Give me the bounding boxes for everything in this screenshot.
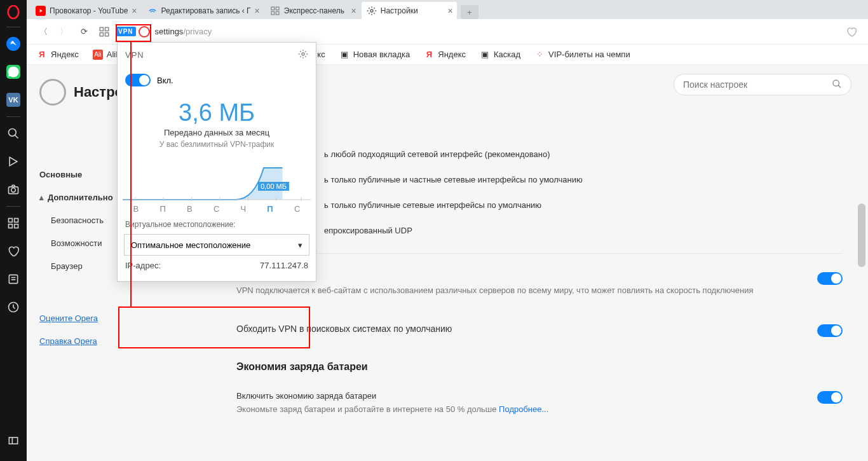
vpn-popup: VPN Вкл. 3,6 МБ Передано данных за месяц…: [117, 42, 316, 282]
setting-description: Экономьте заряд батареи и работайте в ин…: [236, 404, 499, 414]
svg-point-0: [8, 6, 19, 18]
close-icon[interactable]: ×: [132, 6, 137, 16]
tab-editor[interactable]: Редактировать запись ‹ Г ×: [142, 2, 264, 19]
select-value: Оптимальное местоположение: [131, 240, 250, 250]
back-button[interactable]: 〈: [33, 22, 53, 42]
chart-x-axis: ВПВСЧПС: [123, 204, 311, 214]
svg-rect-23: [100, 32, 103, 36]
setting-label: Включить экономию заряда батареи: [236, 391, 376, 401]
divider: [236, 253, 843, 254]
page-icon: ▣: [339, 50, 349, 60]
bookmark-label: Каскад: [494, 50, 520, 59]
grid-icon: [270, 6, 280, 16]
scrollbar-thumb[interactable]: [858, 203, 865, 267]
svg-rect-16: [271, 7, 275, 10]
speeddial-icon[interactable]: [0, 209, 27, 237]
vpn-location-select[interactable]: Оптимальное местоположение ▾: [124, 234, 309, 256]
close-icon[interactable]: ×: [448, 6, 453, 16]
toggle-label: Вкл.: [157, 76, 173, 85]
vpn-ip-row: IP-адрес: 77.111.247.8: [124, 256, 309, 275]
bookmark-yandex2[interactable]: ЯЯндекс: [424, 50, 466, 60]
svg-point-25: [833, 80, 839, 86]
bookmark-label: Новая вкладка: [353, 50, 410, 59]
bookmark-item[interactable]: кс: [317, 50, 325, 59]
vpn-location-label: Виртуальное местоположение:: [118, 214, 316, 229]
svg-rect-19: [276, 11, 279, 15]
sidebar-link-help[interactable]: Справка Opera: [39, 329, 224, 352]
radio-option[interactable]: ь только публичные сетевые интерфейсы по…: [224, 192, 868, 217]
play-icon[interactable]: [0, 148, 27, 175]
svg-point-20: [370, 10, 373, 12]
search-input[interactable]: [683, 79, 832, 90]
heart-icon[interactable]: [0, 237, 27, 265]
svg-rect-6: [15, 219, 18, 223]
vpn-data-note: У вас безлимитный VPN-трафик: [118, 140, 316, 149]
bookmark-label: VIP-билеты на чемпи: [548, 50, 630, 59]
chevron-up-icon: ▴: [39, 193, 44, 202]
sidebar-link-rate[interactable]: Оцените Opera: [39, 306, 224, 329]
start-page-button[interactable]: [94, 22, 114, 42]
tab-settings[interactable]: Настройки ×: [362, 2, 457, 19]
tab-youtube[interactable]: Провокатор - YouTube ×: [31, 2, 141, 19]
camera-icon[interactable]: [0, 175, 27, 203]
search-icon: [832, 79, 842, 91]
radio-option[interactable]: ь любой подходящий сетевой интерфейс (ре…: [224, 141, 868, 167]
forward-button[interactable]: 〉: [53, 22, 74, 42]
bookmark-vip[interactable]: ⁘VIP-билеты на чемпи: [534, 50, 630, 60]
messenger-icon[interactable]: [0, 30, 27, 58]
chart-value-badge: 0,00 МБ: [258, 182, 289, 191]
tab-label: Провокатор - YouTube: [50, 6, 128, 15]
svg-rect-5: [9, 219, 13, 223]
yandex-icon: Я: [424, 50, 434, 60]
svg-line-2: [15, 135, 18, 139]
dots-icon: ⁘: [534, 50, 545, 60]
url-box[interactable]: VPN settings/privacy: [114, 22, 841, 41]
url-text: settings/privacy: [155, 27, 212, 36]
vk-icon[interactable]: VK: [0, 86, 27, 114]
news-icon[interactable]: [0, 265, 27, 293]
svg-line-26: [838, 85, 841, 88]
reload-button[interactable]: ⟳: [74, 22, 94, 42]
bookmark-heart-icon[interactable]: [841, 22, 862, 42]
toggle-vpn-bypass[interactable]: [817, 324, 843, 337]
setting-description: VPN подключается к веб-сайтам с использо…: [236, 286, 754, 295]
toggle-vpn[interactable]: [817, 272, 843, 285]
ip-value: 77.111.247.8: [260, 261, 308, 270]
whatsapp-icon[interactable]: [0, 58, 27, 86]
toggle-battery[interactable]: [817, 391, 843, 404]
yandex-icon: Я: [37, 50, 47, 60]
wifi-icon: [147, 6, 158, 16]
svg-point-4: [11, 188, 16, 193]
svg-rect-18: [271, 11, 275, 15]
svg-point-1: [9, 129, 17, 137]
search-icon[interactable]: [0, 120, 27, 148]
radio-option[interactable]: ь только публичные и частные сетевые инт…: [224, 167, 868, 192]
bookmark-label: кс: [317, 50, 325, 59]
settings-main: ь любой подходящий сетевой интерфейс (ре…: [224, 65, 868, 461]
bookmark-newtab[interactable]: ▣Новая вкладка: [339, 50, 410, 60]
opera-logo[interactable]: [0, 0, 27, 24]
bookmark-yandex[interactable]: ЯЯндекс: [37, 50, 79, 60]
toggle-vpn-popup[interactable]: [125, 74, 151, 86]
new-tab-button[interactable]: +: [461, 5, 478, 19]
settings-search[interactable]: [674, 74, 851, 95]
radio-option[interactable]: епроксированный UDP: [224, 217, 868, 243]
learn-more-link[interactable]: Подробнее...: [499, 404, 548, 414]
setting-battery-saver: Включить экономию заряда батареи Экономь…: [236, 384, 843, 421]
vpn-badge[interactable]: VPN: [116, 27, 136, 36]
close-icon[interactable]: ×: [255, 6, 260, 16]
bookmark-cascade[interactable]: ▣Каскад: [480, 50, 520, 60]
history-icon[interactable]: [0, 293, 27, 321]
bookmark-label: Яндекс: [51, 50, 79, 59]
close-icon[interactable]: ×: [351, 6, 356, 16]
gear-icon[interactable]: [298, 49, 308, 61]
tab-speeddial[interactable]: Экспресс-панель ×: [265, 2, 360, 19]
opera-o-large-icon: [39, 79, 66, 106]
bookmark-label: Яндекс: [438, 50, 466, 59]
tab-label: Экспресс-панель: [284, 6, 348, 15]
vpn-usage-chart: 0,00 МБ ВПВСЧПС: [123, 156, 311, 214]
setting-vpn-enable: робнее... VPN подключается к веб-сайтам …: [236, 265, 843, 302]
sidebar-rail: VK: [0, 0, 27, 461]
panel-toggle-icon[interactable]: [0, 427, 27, 455]
opera-o-icon: [139, 26, 150, 38]
